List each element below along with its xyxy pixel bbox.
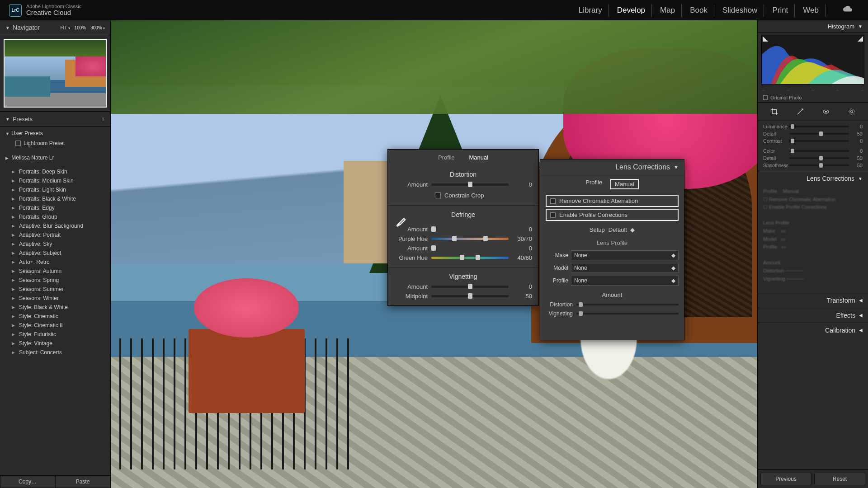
- module-map[interactable]: Map: [654, 4, 682, 17]
- preset-item[interactable]: ▶Portraits: Medium Skin: [3, 176, 108, 185]
- enable-profile-checkbox[interactable]: [550, 212, 556, 218]
- highlight-clip-icon[interactable]: [858, 36, 863, 42]
- preset-item[interactable]: ▶Portraits: Edgy: [3, 203, 108, 212]
- preset-user-child[interactable]: Lightroom Preset: [3, 138, 108, 148]
- smooth-slider[interactable]: [789, 164, 849, 166]
- chevron-left-icon[interactable]: ◀: [859, 328, 863, 333]
- preset-item[interactable]: ▶Style: Black & White: [3, 303, 108, 312]
- chevron-left-icon[interactable]: ◀: [859, 313, 863, 318]
- module-develop[interactable]: Develop: [611, 4, 652, 17]
- preset-item[interactable]: ▶Style: Cinematic: [3, 312, 108, 321]
- setup-value[interactable]: Default ◆: [609, 226, 635, 233]
- preset-item[interactable]: ▶Seasons: Autumn: [3, 267, 108, 276]
- panel-collapse-icon[interactable]: ▼: [674, 164, 679, 170]
- preset-item[interactable]: ▶Seasons: Summer: [3, 285, 108, 294]
- add-preset-icon[interactable]: +: [101, 115, 105, 122]
- navigator-thumbnail[interactable]: [4, 39, 107, 108]
- shadow-clip-icon[interactable]: [763, 36, 768, 42]
- presets-disclosure-icon[interactable]: ▼: [5, 117, 10, 122]
- preset-item[interactable]: ▶Style: Vintage: [3, 339, 108, 348]
- section-lens[interactable]: Lens Corrections: [807, 175, 854, 182]
- distortion-amount-slider[interactable]: [431, 183, 509, 186]
- preset-item[interactable]: ▶Portraits: Group: [3, 212, 108, 221]
- preset-item[interactable]: ▶Style: Futuristic: [3, 330, 108, 339]
- defringe-amount2-value: 0: [512, 245, 532, 252]
- radial-tool-icon[interactable]: [847, 107, 856, 116]
- module-slideshow[interactable]: Slideshow: [716, 4, 764, 17]
- tab2-manual[interactable]: Manual: [610, 179, 639, 189]
- histogram-collapse-icon[interactable]: ▼: [858, 24, 863, 29]
- nav-view-100[interactable]: 100%: [75, 25, 86, 30]
- green-hue-slider[interactable]: [431, 257, 509, 259]
- tab-manual[interactable]: Manual: [462, 150, 495, 165]
- preset-item[interactable]: ▶Portraits: Black & White: [3, 194, 108, 203]
- mask-tool-icon[interactable]: [821, 107, 830, 116]
- module-web[interactable]: Web: [797, 4, 826, 17]
- navigator-disclosure-icon[interactable]: ▼: [5, 25, 10, 30]
- copy-button[interactable]: Copy…: [0, 475, 55, 488]
- preset-item[interactable]: ▶Adaptive: Portrait: [3, 230, 108, 239]
- reset-button[interactable]: Reset: [814, 473, 865, 485]
- section-calibration[interactable]: Calibration: [825, 327, 855, 334]
- purple-hue-slider[interactable]: [431, 238, 509, 240]
- preset-item[interactable]: ▶Portraits: Deep Skin: [3, 167, 108, 176]
- section-effects[interactable]: Effects: [836, 312, 855, 319]
- defringe-amount2-slider[interactable]: [431, 247, 509, 249]
- module-print[interactable]: Print: [766, 4, 795, 17]
- preset-group-user[interactable]: ▼ User Presets: [3, 128, 108, 138]
- luminance-slider[interactable]: [789, 126, 849, 127]
- navigator-title: Navigator: [13, 24, 40, 31]
- lens-profile-panel: Lens Corrections ▼ Profile Manual Remove…: [540, 159, 684, 340]
- tab2-profile[interactable]: Profile: [585, 179, 602, 189]
- nav-view-300[interactable]: 300%: [90, 25, 105, 30]
- preset-item[interactable]: ▶Style: Cinematic II: [3, 321, 108, 330]
- model-select[interactable]: None◆: [571, 263, 679, 273]
- preset-item[interactable]: ▶Seasons: Spring: [3, 276, 108, 285]
- chevron-left-icon[interactable]: ◀: [859, 298, 863, 303]
- enable-profile-row[interactable]: Enable Profile Corrections: [546, 209, 679, 221]
- lens-section-faded: Profile Manual ☐ Remove Chromatic Aberra…: [758, 186, 868, 293]
- defringe-amount-slider[interactable]: [431, 228, 509, 230]
- preset-item[interactable]: ▶Adaptive: Sky: [3, 239, 108, 249]
- p-vignetting-slider[interactable]: [576, 313, 679, 314]
- tab-profile[interactable]: Profile: [432, 150, 461, 165]
- paste-button[interactable]: Paste: [55, 475, 110, 488]
- profile-select[interactable]: None◆: [571, 276, 679, 286]
- enable-profile-label: Enable Profile Corrections: [559, 211, 627, 218]
- eyedropper-icon[interactable]: [394, 214, 409, 228]
- original-photo-checkbox[interactable]: [763, 95, 768, 100]
- smooth-label: Smoothness: [763, 163, 787, 168]
- section-transform[interactable]: Transform: [827, 297, 855, 304]
- heal-tool-icon[interactable]: [796, 107, 805, 116]
- preset-item[interactable]: ▶Portraits: Light Skin: [3, 185, 108, 194]
- detail2-slider[interactable]: [789, 157, 849, 159]
- remove-chromatic-row[interactable]: Remove Chromatic Aberration: [546, 195, 679, 207]
- previous-button[interactable]: Previous: [760, 473, 811, 485]
- vign-amount-slider[interactable]: [431, 286, 509, 288]
- preset-group-melissa[interactable]: ▶ Melissa Nature Lr: [3, 153, 108, 163]
- module-book[interactable]: Book: [684, 4, 714, 17]
- preset-item[interactable]: ▶Adaptive: Blur Background: [3, 221, 108, 230]
- contrast-slider[interactable]: [789, 140, 849, 142]
- preset-item[interactable]: ▶Auto+: Retro: [3, 258, 108, 267]
- module-switcher: Library Develop Map Book Slideshow Print…: [572, 2, 859, 18]
- vignetting-title: Vignetting: [394, 269, 532, 282]
- preset-item[interactable]: ▶Subject: Concerts: [3, 348, 108, 357]
- preset-item[interactable]: ▶Seasons: Winter: [3, 294, 108, 303]
- p-distortion-slider[interactable]: [576, 304, 679, 305]
- nav-view-fit[interactable]: FIT: [60, 25, 70, 30]
- detail-value: 50: [852, 131, 863, 136]
- constrain-crop-checkbox[interactable]: [435, 192, 441, 198]
- vign-midpoint-slider[interactable]: [431, 295, 509, 297]
- detail-slider[interactable]: [789, 133, 849, 135]
- remove-chromatic-checkbox[interactable]: [550, 198, 556, 204]
- color-slider[interactable]: [789, 150, 849, 152]
- histogram-display[interactable]: [761, 35, 864, 84]
- green-hue-value: 40/60: [512, 254, 532, 261]
- make-select[interactable]: None◆: [571, 250, 679, 260]
- crop-tool-icon[interactable]: [770, 107, 779, 116]
- cloud-sync-icon[interactable]: [836, 2, 859, 18]
- preset-item[interactable]: ▶Adaptive: Subject: [3, 249, 108, 258]
- module-library[interactable]: Library: [572, 4, 609, 17]
- chevron-down-icon[interactable]: ▼: [858, 176, 863, 181]
